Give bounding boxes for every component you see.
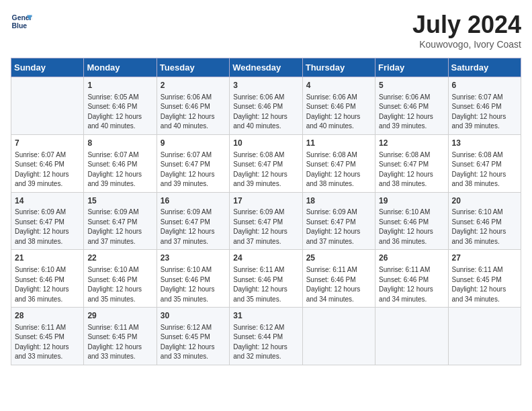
day-info: Sunrise: 6:08 AM Sunset: 6:47 PM Dayligh… — [306, 150, 371, 189]
calendar-cell: 26Sunrise: 6:11 AM Sunset: 6:46 PM Dayli… — [375, 250, 448, 308]
calendar-cell: 13Sunrise: 6:08 AM Sunset: 6:47 PM Dayli… — [448, 134, 521, 192]
day-number: 6 — [452, 80, 517, 91]
calendar-cell: 12Sunrise: 6:08 AM Sunset: 6:47 PM Dayli… — [375, 134, 448, 192]
calendar-cell: 16Sunrise: 6:09 AM Sunset: 6:47 PM Dayli… — [157, 192, 229, 250]
day-info: Sunrise: 6:12 AM Sunset: 6:45 PM Dayligh… — [161, 323, 226, 362]
day-info: Sunrise: 6:11 AM Sunset: 6:46 PM Dayligh… — [233, 265, 298, 304]
location: Kouwovogo, Ivory Coast — [412, 39, 521, 50]
calendar-body: 1Sunrise: 6:05 AM Sunset: 6:46 PM Daylig… — [11, 77, 521, 365]
day-number: 23 — [161, 253, 226, 264]
day-number: 27 — [452, 253, 517, 264]
day-number: 3 — [233, 80, 298, 91]
day-info: Sunrise: 6:07 AM Sunset: 6:47 PM Dayligh… — [161, 150, 226, 189]
month-title: July 2024 — [412, 11, 521, 39]
calendar-cell: 6Sunrise: 6:07 AM Sunset: 6:46 PM Daylig… — [448, 77, 521, 135]
calendar-week-2: 7Sunrise: 6:07 AM Sunset: 6:46 PM Daylig… — [11, 134, 521, 192]
calendar-cell: 28Sunrise: 6:11 AM Sunset: 6:45 PM Dayli… — [11, 308, 84, 365]
weekday-header-wednesday: Wednesday — [230, 58, 302, 77]
page-header: General Blue July 2024 Kouwovogo, Ivory … — [11, 11, 521, 50]
day-info: Sunrise: 6:09 AM Sunset: 6:47 PM Dayligh… — [233, 208, 298, 246]
day-number: 29 — [87, 310, 152, 322]
day-number: 9 — [161, 138, 226, 149]
day-info: Sunrise: 6:10 AM Sunset: 6:46 PM Dayligh… — [161, 265, 226, 304]
day-number: 15 — [87, 195, 152, 207]
day-number: 4 — [306, 80, 371, 91]
logo: General Blue — [11, 11, 32, 32]
calendar-cell: 29Sunrise: 6:11 AM Sunset: 6:45 PM Dayli… — [84, 308, 157, 365]
calendar-cell: 30Sunrise: 6:12 AM Sunset: 6:45 PM Dayli… — [157, 308, 229, 365]
day-info: Sunrise: 6:11 AM Sunset: 6:45 PM Dayligh… — [15, 323, 80, 362]
calendar-cell — [11, 77, 84, 135]
day-number: 24 — [233, 253, 298, 264]
day-info: Sunrise: 6:11 AM Sunset: 6:45 PM Dayligh… — [452, 265, 517, 304]
calendar-cell: 24Sunrise: 6:11 AM Sunset: 6:46 PM Dayli… — [230, 250, 302, 308]
day-info: Sunrise: 6:12 AM Sunset: 6:44 PM Dayligh… — [233, 323, 298, 362]
day-number: 16 — [161, 195, 226, 207]
day-info: Sunrise: 6:07 AM Sunset: 6:46 PM Dayligh… — [452, 93, 517, 132]
weekday-header-row: SundayMondayTuesdayWednesdayThursdayFrid… — [11, 58, 521, 77]
day-number: 31 — [233, 310, 298, 322]
calendar-cell: 5Sunrise: 6:06 AM Sunset: 6:46 PM Daylig… — [375, 77, 448, 135]
day-info: Sunrise: 6:09 AM Sunset: 6:47 PM Dayligh… — [15, 208, 80, 246]
day-info: Sunrise: 6:09 AM Sunset: 6:47 PM Dayligh… — [161, 208, 226, 246]
day-number: 12 — [379, 138, 444, 149]
calendar-cell: 15Sunrise: 6:09 AM Sunset: 6:47 PM Dayli… — [84, 192, 157, 250]
day-number: 11 — [306, 138, 371, 149]
calendar-cell: 9Sunrise: 6:07 AM Sunset: 6:47 PM Daylig… — [157, 134, 229, 192]
day-number: 5 — [379, 80, 444, 91]
day-number: 10 — [233, 138, 298, 149]
calendar-cell: 27Sunrise: 6:11 AM Sunset: 6:45 PM Dayli… — [448, 250, 521, 308]
day-info: Sunrise: 6:08 AM Sunset: 6:47 PM Dayligh… — [379, 150, 444, 189]
svg-text:Blue: Blue — [12, 22, 28, 30]
calendar-cell — [375, 308, 448, 365]
calendar-cell: 22Sunrise: 6:10 AM Sunset: 6:46 PM Dayli… — [84, 250, 157, 308]
day-info: Sunrise: 6:07 AM Sunset: 6:46 PM Dayligh… — [15, 150, 80, 189]
weekday-header-friday: Friday — [375, 58, 448, 77]
weekday-header-thursday: Thursday — [302, 58, 375, 77]
weekday-header-sunday: Sunday — [11, 58, 84, 77]
calendar-cell: 8Sunrise: 6:07 AM Sunset: 6:46 PM Daylig… — [84, 134, 157, 192]
day-info: Sunrise: 6:10 AM Sunset: 6:46 PM Dayligh… — [87, 265, 152, 304]
calendar-cell: 25Sunrise: 6:11 AM Sunset: 6:46 PM Dayli… — [302, 250, 375, 308]
calendar-cell: 2Sunrise: 6:06 AM Sunset: 6:46 PM Daylig… — [157, 77, 229, 135]
calendar-week-5: 28Sunrise: 6:11 AM Sunset: 6:45 PM Dayli… — [11, 308, 521, 365]
calendar-cell — [302, 308, 375, 365]
day-number: 7 — [15, 138, 80, 149]
day-info: Sunrise: 6:11 AM Sunset: 6:45 PM Dayligh… — [87, 323, 152, 362]
day-info: Sunrise: 6:09 AM Sunset: 6:47 PM Dayligh… — [87, 208, 152, 246]
calendar-week-1: 1Sunrise: 6:05 AM Sunset: 6:46 PM Daylig… — [11, 77, 521, 135]
day-info: Sunrise: 6:09 AM Sunset: 6:47 PM Dayligh… — [306, 208, 371, 246]
calendar-cell: 10Sunrise: 6:08 AM Sunset: 6:47 PM Dayli… — [230, 134, 302, 192]
day-number: 22 — [87, 253, 152, 264]
weekday-header-tuesday: Tuesday — [157, 58, 229, 77]
day-info: Sunrise: 6:08 AM Sunset: 6:47 PM Dayligh… — [452, 150, 517, 189]
day-number: 17 — [233, 195, 298, 207]
weekday-header-monday: Monday — [84, 58, 157, 77]
day-number: 21 — [15, 253, 80, 264]
day-info: Sunrise: 6:06 AM Sunset: 6:46 PM Dayligh… — [233, 93, 298, 132]
calendar-cell: 31Sunrise: 6:12 AM Sunset: 6:44 PM Dayli… — [230, 308, 302, 365]
day-number: 28 — [15, 310, 80, 322]
calendar-cell: 18Sunrise: 6:09 AM Sunset: 6:47 PM Dayli… — [302, 192, 375, 250]
day-info: Sunrise: 6:07 AM Sunset: 6:46 PM Dayligh… — [87, 150, 152, 189]
day-number: 14 — [15, 195, 80, 207]
day-number: 13 — [452, 138, 517, 149]
day-number: 8 — [87, 138, 152, 149]
day-info: Sunrise: 6:05 AM Sunset: 6:46 PM Dayligh… — [87, 93, 152, 132]
day-info: Sunrise: 6:08 AM Sunset: 6:47 PM Dayligh… — [233, 150, 298, 189]
calendar-cell: 23Sunrise: 6:10 AM Sunset: 6:46 PM Dayli… — [157, 250, 229, 308]
day-info: Sunrise: 6:10 AM Sunset: 6:46 PM Dayligh… — [379, 208, 444, 246]
day-number: 19 — [379, 195, 444, 207]
calendar-cell: 1Sunrise: 6:05 AM Sunset: 6:46 PM Daylig… — [84, 77, 157, 135]
calendar-table: SundayMondayTuesdayWednesdayThursdayFrid… — [11, 58, 521, 365]
day-info: Sunrise: 6:10 AM Sunset: 6:46 PM Dayligh… — [15, 265, 80, 304]
day-number: 1 — [87, 80, 152, 91]
calendar-cell: 3Sunrise: 6:06 AM Sunset: 6:46 PM Daylig… — [230, 77, 302, 135]
title-block: July 2024 Kouwovogo, Ivory Coast — [412, 11, 521, 50]
calendar-cell: 19Sunrise: 6:10 AM Sunset: 6:46 PM Dayli… — [375, 192, 448, 250]
day-number: 18 — [306, 195, 371, 207]
calendar-cell: 4Sunrise: 6:06 AM Sunset: 6:46 PM Daylig… — [302, 77, 375, 135]
day-number: 2 — [161, 80, 226, 91]
calendar-week-3: 14Sunrise: 6:09 AM Sunset: 6:47 PM Dayli… — [11, 192, 521, 250]
weekday-header-saturday: Saturday — [448, 58, 521, 77]
